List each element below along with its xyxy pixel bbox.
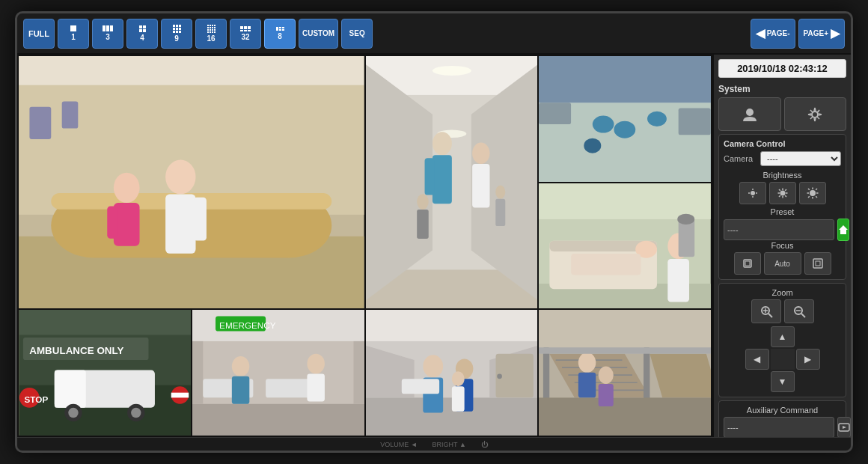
brightness-label: Brightness (724, 171, 841, 180)
view-full-button[interactable]: FULL (23, 19, 55, 49)
view-8-button[interactable]: 8 (264, 19, 296, 49)
dpad-right-button[interactable]: ▶ (796, 349, 820, 370)
volume-control: VOLUME ◄ (380, 441, 417, 448)
brightness-mid-icon (777, 188, 788, 198)
user-button[interactable] (718, 97, 781, 131)
svg-rect-11 (194, 198, 207, 241)
camera-send-icon (838, 421, 850, 433)
svg-line-141 (768, 314, 772, 317)
brightness-low-icon (748, 188, 758, 198)
focus-label: Focus (724, 241, 841, 250)
focus-auto-button[interactable]: Auto (764, 252, 801, 275)
dpad-down-button[interactable]: ▼ (771, 371, 795, 392)
camera-grid: AMBULANCE ONLY STOP (17, 55, 712, 437)
svg-line-131 (808, 189, 810, 190)
svg-point-86 (423, 355, 443, 378)
zoom-out-icon (792, 305, 806, 318)
svg-point-110 (746, 109, 754, 116)
preset-home-button[interactable] (837, 219, 849, 241)
svg-rect-108 (599, 384, 614, 406)
camera-cell-7[interactable] (366, 310, 538, 436)
auxiliary-input[interactable] (724, 417, 834, 437)
svg-point-35 (584, 138, 602, 153)
svg-rect-138 (813, 259, 822, 268)
system-label: System (718, 84, 846, 94)
svg-rect-1 (19, 56, 364, 85)
svg-rect-29 (495, 199, 505, 226)
brightness-up-button[interactable] (799, 182, 826, 204)
focus-far-icon (813, 258, 823, 269)
brightness-high-icon (807, 187, 819, 199)
svg-rect-92 (451, 387, 464, 412)
zoom-out-button[interactable] (784, 299, 814, 323)
brightness-down-button[interactable] (739, 182, 766, 204)
zoom-label: Zoom (724, 288, 841, 297)
svg-line-134 (808, 196, 810, 198)
svg-rect-57 (55, 370, 86, 408)
camera-dropdown[interactable]: ---- (760, 151, 841, 166)
svg-rect-47 (668, 259, 690, 302)
svg-rect-139 (816, 261, 820, 266)
grid-1-icon (70, 25, 76, 31)
svg-point-33 (593, 116, 614, 133)
zoom-section: Zoom (718, 283, 846, 397)
grid-16-icon (207, 25, 216, 33)
view-seq-button[interactable]: SEQ (341, 19, 373, 49)
right-panel: 2019/10/18 02:43:12 System (712, 55, 851, 437)
auxiliary-send-button[interactable] (837, 417, 851, 437)
power-button[interactable]: ⏻ (481, 441, 488, 448)
svg-rect-104 (539, 398, 711, 436)
svg-point-36 (647, 112, 667, 126)
page-minus-button[interactable]: ◀ PAGE- (751, 19, 795, 49)
camera-cell-1[interactable] (19, 56, 364, 308)
view-4-button[interactable]: 4 (126, 19, 158, 49)
svg-rect-10 (165, 195, 195, 254)
svg-point-49 (677, 213, 694, 224)
svg-point-9 (165, 159, 195, 194)
svg-rect-25 (472, 164, 489, 207)
page-plus-button[interactable]: PAGE+ ▶ (798, 19, 845, 49)
zoom-in-button[interactable] (751, 299, 781, 323)
preset-input[interactable] (724, 219, 834, 240)
grid-3-icon (103, 25, 113, 31)
focus-near-button[interactable] (734, 252, 761, 275)
svg-point-24 (472, 142, 489, 164)
dpad: ▲ ◀ ▶ ▼ (724, 326, 841, 392)
svg-point-112 (751, 191, 755, 195)
svg-rect-109 (539, 348, 711, 354)
zoom-in-icon (760, 305, 773, 318)
camera-cell-3[interactable] (539, 56, 711, 182)
svg-rect-40 (539, 183, 711, 219)
view-16-button[interactable]: 16 (195, 19, 227, 49)
svg-point-85 (497, 374, 502, 379)
settings-button[interactable] (784, 97, 847, 131)
focus-far-button[interactable] (804, 252, 831, 275)
dpad-up-button[interactable]: ▲ (771, 326, 795, 347)
camera-cell-6[interactable]: EMERGENCY (192, 310, 364, 436)
view-1-button[interactable]: 1 (58, 19, 89, 49)
view-32-button[interactable]: 32 (230, 19, 261, 49)
view-3-button[interactable]: 3 (92, 19, 123, 49)
svg-line-122 (779, 189, 780, 191)
camera-select-row: Camera ---- (724, 151, 841, 166)
auxiliary-section: Auxiliary Command (718, 400, 846, 437)
camera-cell-4[interactable] (539, 183, 711, 309)
svg-rect-81 (366, 310, 538, 341)
svg-point-61 (131, 408, 141, 418)
svg-rect-78 (307, 374, 324, 402)
gear-icon (807, 106, 823, 123)
camera-cell-8[interactable] (539, 310, 711, 436)
dpad-left-button[interactable]: ◀ (745, 349, 769, 370)
brightness-mid-button[interactable] (769, 182, 796, 204)
top-toolbar: FULL 1 3 4 (17, 13, 851, 55)
camera-label: Camera (724, 154, 757, 163)
grid-4-icon (139, 25, 146, 32)
camera-cell-2[interactable] (366, 56, 538, 308)
svg-line-124 (785, 189, 786, 191)
svg-rect-67 (192, 404, 364, 436)
svg-line-125 (779, 195, 780, 197)
view-9-button[interactable]: 9 (161, 19, 192, 49)
svg-rect-8 (107, 206, 117, 238)
camera-cell-5[interactable]: AMBULANCE ONLY STOP (19, 310, 191, 436)
view-custom-button[interactable]: CUSTOM (299, 19, 338, 49)
